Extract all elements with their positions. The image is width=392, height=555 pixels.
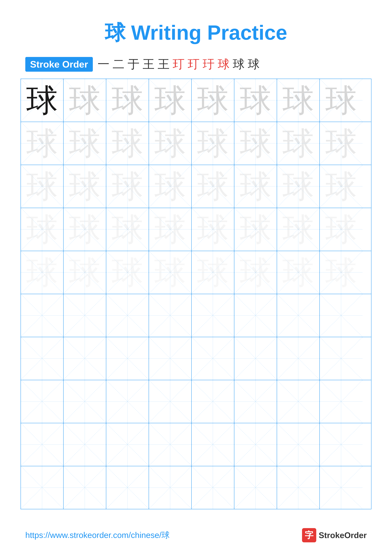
grid-cell-4-1[interactable]: 球 <box>21 208 64 251</box>
grid-cell-1-7[interactable]: 球 <box>277 79 320 122</box>
grid-cell-6-8[interactable] <box>320 294 363 337</box>
grid-cell-2-7[interactable]: 球 <box>277 122 320 165</box>
svg-line-106 <box>234 337 277 380</box>
grid-cell-9-6[interactable] <box>234 423 277 466</box>
grid-cell-7-2[interactable] <box>64 337 106 380</box>
grid-cell-3-2[interactable]: 球 <box>64 165 106 208</box>
grid-cell-4-4[interactable]: 球 <box>149 208 192 251</box>
grid-cell-1-8[interactable]: 球 <box>320 79 363 122</box>
grid-cell-7-1[interactable] <box>21 337 64 380</box>
grid-cell-4-6[interactable]: 球 <box>234 208 277 251</box>
grid-cell-9-8[interactable] <box>320 423 363 466</box>
grid-cell-9-1[interactable] <box>21 423 64 466</box>
grid-cell-2-2[interactable]: 球 <box>64 122 106 165</box>
grid-cell-10-7[interactable] <box>277 466 320 509</box>
grid-cell-9-3[interactable] <box>106 423 149 466</box>
grid-cell-8-5[interactable] <box>192 380 234 423</box>
grid-cell-9-5[interactable] <box>192 423 234 466</box>
grid-cell-3-6[interactable]: 球 <box>234 165 277 208</box>
grid-cell-4-2[interactable]: 球 <box>64 208 106 251</box>
grid-cell-1-5[interactable]: 球 <box>192 79 234 122</box>
grid-cell-1-2[interactable]: 球 <box>64 79 106 122</box>
grid-cell-8-8[interactable] <box>320 380 363 423</box>
grid-cell-7-7[interactable] <box>277 337 320 380</box>
grid-cell-7-4[interactable] <box>149 337 192 380</box>
stroke-char-4: 王 <box>143 56 155 72</box>
grid-cell-5-7[interactable]: 球 <box>277 251 320 294</box>
svg-line-105 <box>192 337 234 380</box>
grid-cell-2-8[interactable]: 球 <box>320 122 363 165</box>
grid-cell-5-6[interactable]: 球 <box>234 251 277 294</box>
grid-cell-3-3[interactable]: 球 <box>106 165 149 208</box>
svg-line-97 <box>21 337 63 380</box>
grid-cell-10-2[interactable] <box>64 466 106 509</box>
grid-cell-6-3[interactable] <box>106 294 149 337</box>
grid-cell-8-3[interactable] <box>106 380 149 423</box>
grid-cell-7-3[interactable] <box>106 337 149 380</box>
grid-cell-3-7[interactable]: 球 <box>277 165 320 208</box>
grid-cell-8-6[interactable] <box>234 380 277 423</box>
grid-cell-6-1[interactable] <box>21 294 64 337</box>
svg-line-107 <box>234 337 277 380</box>
grid-cell-7-8[interactable] <box>320 337 363 380</box>
grid-cell-10-6[interactable] <box>234 466 277 509</box>
grid-cell-5-2[interactable]: 球 <box>64 251 106 294</box>
grid-cell-7-6[interactable] <box>234 337 277 380</box>
grid-cell-6-2[interactable] <box>64 294 106 337</box>
svg-line-149 <box>106 466 149 509</box>
grid-cell-2-3[interactable]: 球 <box>106 122 149 165</box>
grid-cell-5-3[interactable]: 球 <box>106 251 149 294</box>
grid-cell-5-8[interactable]: 球 <box>320 251 363 294</box>
grid-cell-6-5[interactable] <box>192 294 234 337</box>
grid-cell-6-4[interactable] <box>149 294 192 337</box>
grid-cell-5-1[interactable]: 球 <box>21 251 64 294</box>
svg-line-129 <box>21 423 63 466</box>
grid-cell-10-4[interactable] <box>149 466 192 509</box>
stroke-order-badge: Stroke Order <box>25 57 93 72</box>
grid-cell-9-4[interactable] <box>149 423 192 466</box>
grid-cell-2-5[interactable]: 球 <box>192 122 234 165</box>
grid-cell-1-4[interactable]: 球 <box>149 79 192 122</box>
grid-cell-3-8[interactable]: 球 <box>320 165 363 208</box>
grid-cell-5-5[interactable]: 球 <box>192 251 234 294</box>
grid-cell-2-4[interactable]: 球 <box>149 122 192 165</box>
grid-row-1: 球 球 球 球 球 球 球 球 <box>21 79 371 122</box>
svg-line-95 <box>320 294 363 337</box>
svg-line-138 <box>234 423 277 466</box>
grid-cell-6-7[interactable] <box>277 294 320 337</box>
grid-cell-1-1[interactable]: 球 <box>21 79 64 122</box>
grid-cell-8-1[interactable] <box>21 380 64 423</box>
grid-cell-9-2[interactable] <box>64 423 106 466</box>
grid-cell-2-1[interactable]: 球 <box>21 122 64 165</box>
grid-cell-8-7[interactable] <box>277 380 320 423</box>
svg-line-155 <box>234 466 277 509</box>
grid-cell-1-6[interactable]: 球 <box>234 79 277 122</box>
grid-cell-5-4[interactable]: 球 <box>149 251 192 294</box>
svg-line-153 <box>192 466 234 509</box>
grid-cell-2-6[interactable]: 球 <box>234 122 277 165</box>
grid-cell-10-8[interactable] <box>320 466 363 509</box>
svg-line-89 <box>192 294 234 336</box>
svg-line-108 <box>277 337 319 380</box>
svg-line-157 <box>277 466 319 509</box>
grid-cell-3-4[interactable]: 球 <box>149 165 192 208</box>
grid-cell-3-1[interactable]: 球 <box>21 165 64 208</box>
svg-line-123 <box>234 380 277 423</box>
grid-cell-4-7[interactable]: 球 <box>277 208 320 251</box>
grid-cell-9-7[interactable] <box>277 423 320 466</box>
grid-cell-4-5[interactable]: 球 <box>192 208 234 251</box>
grid-cell-1-3[interactable]: 球 <box>106 79 149 122</box>
grid-cell-10-3[interactable] <box>106 466 149 509</box>
page-title: 球 Writing Practice <box>0 0 392 56</box>
grid-cell-8-2[interactable] <box>64 380 106 423</box>
grid-cell-10-5[interactable] <box>192 466 234 509</box>
grid-cell-10-1[interactable] <box>21 466 64 509</box>
grid-cell-6-6[interactable] <box>234 294 277 337</box>
grid-row-4: 球 球 球 球 球 球 球 球 <box>21 208 371 251</box>
grid-cell-8-4[interactable] <box>149 380 192 423</box>
footer-url[interactable]: https://www.strokeorder.com/chinese/球 <box>25 530 170 541</box>
grid-cell-4-8[interactable]: 球 <box>320 208 363 251</box>
grid-cell-3-5[interactable]: 球 <box>192 165 234 208</box>
grid-cell-7-5[interactable] <box>192 337 234 380</box>
grid-cell-4-3[interactable]: 球 <box>106 208 149 251</box>
